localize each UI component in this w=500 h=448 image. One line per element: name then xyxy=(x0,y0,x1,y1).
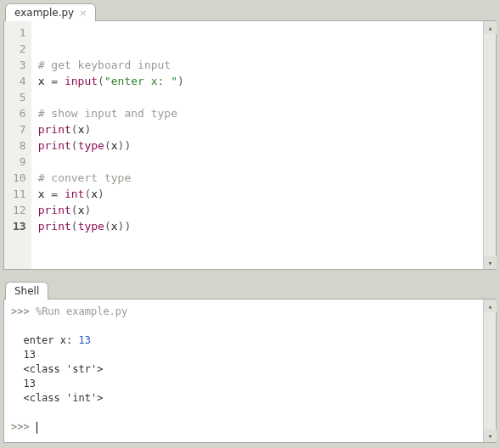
scroll-down-icon[interactable]: ▾ xyxy=(484,256,497,269)
editor-tab[interactable]: example.py × xyxy=(5,3,96,21)
shell-prompt: >>> xyxy=(11,305,30,317)
editor-tabbar: example.py × xyxy=(0,0,500,20)
line-number: 13 xyxy=(13,218,26,234)
line-number: 8 xyxy=(13,137,26,154)
line-number: 7 xyxy=(13,121,26,137)
line-number-gutter: 12345678910111213 xyxy=(4,21,31,269)
code-comment: # show input and type xyxy=(38,107,177,120)
shell-panel: Shell >>> %Run example.py enter x: 13 13… xyxy=(0,278,500,443)
shell-content[interactable]: >>> %Run example.py enter x: 13 13 <clas… xyxy=(4,300,496,442)
shell-tab[interactable]: Shell xyxy=(5,282,48,300)
shell-output-line: 13 xyxy=(11,378,36,389)
line-number: 12 xyxy=(13,202,26,218)
shell-tabbar: Shell xyxy=(0,278,500,299)
shell-output-line: 13 xyxy=(11,349,36,361)
code-comment: # get keyboard input xyxy=(38,59,171,71)
code-content[interactable]: # get keyboard input x = input("enter x:… xyxy=(31,21,483,269)
scroll-down-icon[interactable]: ▾ xyxy=(484,429,497,442)
line-number: 9 xyxy=(13,154,26,170)
shell-output-line: <class 'str'> xyxy=(11,363,103,375)
editor-tab-label: example.py xyxy=(14,7,74,19)
scroll-up-icon[interactable]: ▴ xyxy=(484,21,497,34)
line-number: 1 xyxy=(13,25,26,41)
line-number: 4 xyxy=(13,73,26,89)
scroll-up-icon[interactable]: ▴ xyxy=(484,300,497,312)
shell-tab-label: Shell xyxy=(14,285,39,297)
close-icon[interactable]: × xyxy=(79,8,87,19)
shell-output-line: enter x: xyxy=(11,334,78,346)
shell-scrollbar[interactable]: ▴ ▾ xyxy=(483,300,496,442)
line-number: 6 xyxy=(13,105,26,121)
shell-user-input: 13 xyxy=(78,334,90,346)
editor-area: 12345678910111213 # get keyboard input x… xyxy=(3,20,497,270)
code-editor[interactable]: 12345678910111213 # get keyboard input x… xyxy=(4,21,496,269)
line-number: 2 xyxy=(13,41,26,57)
shell-area: >>> %Run example.py enter x: 13 13 <clas… xyxy=(3,299,497,443)
line-number: 10 xyxy=(13,170,26,186)
shell-prompt: >>> xyxy=(11,421,30,433)
line-number: 11 xyxy=(13,186,26,202)
editor-scrollbar[interactable]: ▴ ▾ xyxy=(483,21,496,269)
shell-run-cmd: %Run example.py xyxy=(36,305,127,317)
cursor-icon xyxy=(37,422,37,434)
line-number: 3 xyxy=(13,57,26,73)
editor-panel: example.py × 12345678910111213 # get key… xyxy=(0,0,500,270)
code-comment: # convert type xyxy=(38,171,132,184)
line-number: 5 xyxy=(13,89,26,105)
shell-output-line: <class 'int'> xyxy=(11,392,103,404)
